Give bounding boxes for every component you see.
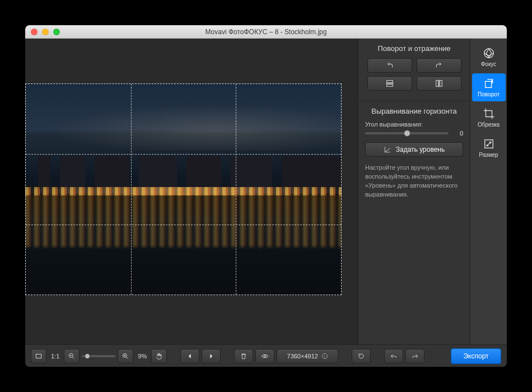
- zoom-group: 1:1 9%: [31, 349, 167, 363]
- info-icon: [321, 353, 328, 360]
- fit-icon: [35, 352, 43, 360]
- export-button[interactable]: Экспорт: [451, 348, 501, 364]
- zoom-in-button[interactable]: [118, 349, 133, 363]
- eye-icon: [261, 352, 269, 360]
- rail-rotate-label: Поворот: [478, 91, 500, 97]
- rail-crop-button[interactable]: Обрезка: [472, 104, 506, 132]
- image-preview: [25, 83, 342, 295]
- flip-vertical-icon: [385, 79, 394, 88]
- reset-icon: [357, 352, 365, 360]
- rotate-left-button[interactable]: [367, 58, 412, 73]
- fit-screen-button[interactable]: [31, 349, 46, 363]
- reset-button[interactable]: [352, 349, 371, 363]
- prev-image-button[interactable]: [180, 349, 199, 363]
- side-panel: Поворот и отражение: [358, 39, 470, 344]
- level-icon: [384, 146, 391, 153]
- rail-size-button[interactable]: Размер: [472, 134, 506, 162]
- rotation-title: Поворот и отражение: [365, 44, 463, 53]
- flip-horizontal-icon: [435, 79, 444, 88]
- rail-rotate-button[interactable]: Поворот: [472, 73, 506, 101]
- dimensions-text: 7360×4912: [287, 353, 318, 360]
- rail-focus-button[interactable]: Фокус: [472, 43, 506, 71]
- fit-1to1-button[interactable]: 1:1: [49, 353, 62, 360]
- prev-icon: [186, 352, 194, 360]
- horizon-hint: Настройте угол вручную, или воспользуйте…: [365, 164, 463, 199]
- horizon-angle-label: Угол выравнивания:: [365, 121, 463, 128]
- svg-rect-1: [386, 84, 393, 86]
- redo-button[interactable]: [405, 349, 424, 363]
- rail-size-label: Размер: [479, 152, 498, 158]
- dimensions-pill[interactable]: 7360×4912: [277, 349, 338, 363]
- undo-button[interactable]: [384, 349, 403, 363]
- zoom-out-icon: [68, 352, 76, 360]
- set-level-button[interactable]: Задать уровень: [365, 142, 463, 157]
- flip-vertical-button[interactable]: [367, 76, 412, 91]
- svg-point-6: [484, 49, 493, 58]
- rail-focus-label: Фокус: [481, 61, 497, 67]
- rotation-section: Поворот и отражение: [358, 39, 470, 101]
- trash-icon: [240, 352, 248, 360]
- horizon-angle-value: 0: [453, 130, 463, 137]
- canvas-area[interactable]: [25, 39, 358, 344]
- tool-rail: Фокус Поворот Обрезка Размер: [470, 39, 507, 344]
- aperture-icon: [483, 47, 495, 59]
- undo-icon: [390, 352, 398, 360]
- zoom-slider[interactable]: [82, 355, 115, 357]
- bottombar: 1:1 9%: [25, 344, 507, 367]
- next-icon: [207, 352, 215, 360]
- svg-point-17: [264, 355, 266, 357]
- zoom-in-icon: [122, 352, 129, 360]
- horizon-section: Выравнивание горизонта Угол выравнивания…: [358, 101, 470, 206]
- svg-line-11: [73, 357, 74, 358]
- flip-horizontal-button[interactable]: [417, 76, 461, 91]
- rotate-icon: [483, 77, 495, 90]
- svg-rect-4: [440, 81, 442, 87]
- zoom-percent: 9%: [136, 353, 149, 360]
- svg-rect-7: [485, 81, 491, 87]
- hand-icon: [155, 352, 163, 360]
- export-button-label: Экспорт: [463, 352, 488, 360]
- main-area: Поворот и отражение: [25, 39, 507, 344]
- horizon-title: Выравнивание горизонта: [365, 107, 463, 115]
- rotate-left-icon: [385, 61, 394, 70]
- titlebar: Movavi ФотоФОКУС – 8 - Stockholm.jpg: [25, 25, 507, 39]
- crop-icon: [483, 108, 495, 120]
- app-window: Movavi ФотоФОКУС – 8 - Stockholm.jpg Пов…: [25, 25, 507, 367]
- delete-button[interactable]: [234, 349, 253, 363]
- resize-icon: [483, 138, 495, 150]
- redo-icon: [411, 352, 419, 360]
- svg-line-14: [127, 357, 128, 358]
- hand-tool-button[interactable]: [151, 349, 167, 363]
- svg-rect-3: [436, 81, 438, 87]
- svg-rect-0: [386, 81, 393, 83]
- next-image-button[interactable]: [202, 349, 221, 363]
- rotate-right-button[interactable]: [417, 58, 461, 73]
- svg-rect-9: [36, 354, 41, 358]
- rotate-right-icon: [435, 61, 444, 70]
- rail-crop-label: Обрезка: [478, 122, 500, 128]
- horizon-angle-slider[interactable]: [365, 132, 449, 134]
- zoom-out-button[interactable]: [64, 349, 80, 363]
- window-title: Movavi ФотоФОКУС – 8 - Stockholm.jpg: [25, 28, 507, 36]
- preview-button[interactable]: [255, 349, 274, 363]
- set-level-button-label: Задать уровень: [396, 146, 445, 153]
